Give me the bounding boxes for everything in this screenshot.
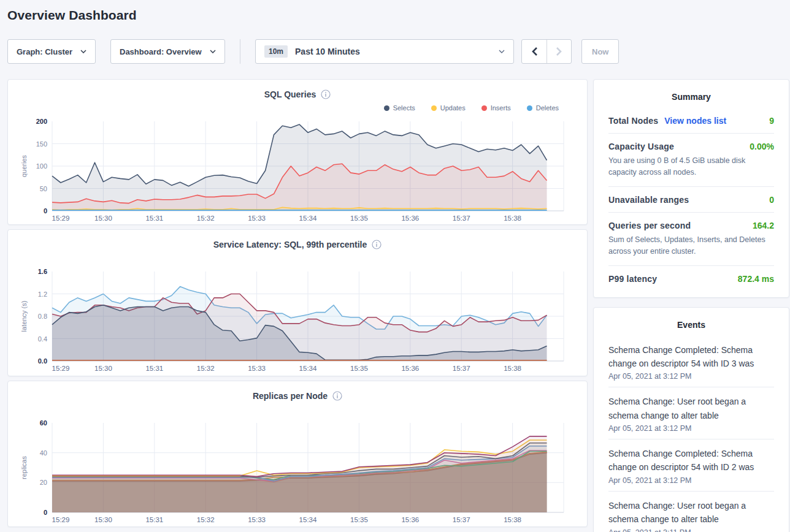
svg-text:40: 40 bbox=[40, 449, 47, 457]
event-timestamp: Apr 05, 2021 at 3:12 PM bbox=[608, 476, 774, 485]
now-button[interactable]: Now bbox=[581, 39, 619, 64]
metric-value: 0 bbox=[769, 195, 774, 205]
svg-text:15:35: 15:35 bbox=[350, 516, 368, 523]
service-latency-chart: 0.00.40.81.21.615:2915:3015:3115:3215:33… bbox=[8, 265, 587, 376]
chevron-down-icon bbox=[80, 50, 86, 53]
metric-description: Sum of Selects, Updates, Inserts, and De… bbox=[608, 234, 774, 258]
overview-dashboard-page: Overview Dashboard Graph: Cluster Dashbo… bbox=[0, 0, 790, 532]
svg-text:15:33: 15:33 bbox=[248, 516, 266, 523]
svg-text:15:34: 15:34 bbox=[299, 365, 317, 372]
sql-queries-card: SQL Queries Selects Updates Inserts Dele… bbox=[7, 79, 588, 225]
svg-text:15:35: 15:35 bbox=[350, 365, 368, 372]
metric-label: Capacity Usage bbox=[608, 142, 674, 151]
svg-text:15:37: 15:37 bbox=[453, 516, 470, 523]
svg-text:latency (s): latency (s) bbox=[20, 301, 28, 332]
next-interval-button[interactable] bbox=[546, 40, 571, 63]
svg-text:15:33: 15:33 bbox=[248, 365, 266, 372]
svg-text:15:32: 15:32 bbox=[197, 516, 215, 523]
event-timestamp: Apr 05, 2021 at 3:12 PM bbox=[608, 372, 774, 381]
metric-label: Queries per second bbox=[608, 221, 691, 230]
svg-text:15:37: 15:37 bbox=[453, 365, 470, 372]
chevron-down-icon bbox=[499, 50, 505, 53]
legend-item-updates[interactable]: Updates bbox=[431, 104, 466, 112]
svg-text:15:29: 15:29 bbox=[52, 516, 70, 523]
metric-value: 9 bbox=[769, 116, 774, 126]
event-text: Schema Change Completed: Schema change o… bbox=[608, 447, 774, 474]
metric-value: 872.4 ms bbox=[738, 274, 774, 284]
svg-text:15:37: 15:37 bbox=[453, 215, 470, 222]
info-icon[interactable] bbox=[332, 391, 342, 401]
time-range-label: Past 10 Minutes bbox=[295, 47, 491, 56]
charts-column: SQL Queries Selects Updates Inserts Dele… bbox=[7, 79, 588, 532]
svg-text:15:34: 15:34 bbox=[299, 215, 317, 222]
event-timestamp: Apr 05, 2021 at 3:12 PM bbox=[608, 424, 774, 433]
replicas-per-node-chart: 020406015:2915:3015:3115:3215:3315:3415:… bbox=[8, 417, 587, 527]
svg-text:15:32: 15:32 bbox=[197, 365, 215, 372]
summary-title: Summary bbox=[608, 88, 774, 108]
dashboard-dropdown-label: Dashboard: Overview bbox=[120, 47, 202, 56]
svg-text:0.0: 0.0 bbox=[38, 357, 47, 365]
metric-label: Unavailable ranges bbox=[608, 195, 689, 205]
svg-text:0.4: 0.4 bbox=[38, 335, 47, 343]
metric-value: 164.2 bbox=[753, 221, 774, 230]
events-panel: Events Schema Change Completed: Schema c… bbox=[593, 307, 789, 532]
prev-interval-button[interactable] bbox=[522, 40, 546, 63]
svg-text:15:36: 15:36 bbox=[401, 516, 419, 523]
svg-text:1.6: 1.6 bbox=[38, 268, 47, 275]
time-range-picker[interactable]: 10m Past 10 Minutes bbox=[255, 39, 514, 64]
summary-row-capacity-usage: Capacity Usage 0.00% You are using 0 B o… bbox=[608, 133, 774, 186]
events-title: Events bbox=[608, 316, 774, 336]
event-item: Schema Change Completed: Schema change o… bbox=[608, 336, 774, 387]
main-content: SQL Queries Selects Updates Inserts Dele… bbox=[7, 79, 790, 532]
svg-text:15:38: 15:38 bbox=[504, 215, 521, 222]
summary-row-queries-per-second: Queries per second 164.2 Sum of Selects,… bbox=[608, 212, 774, 265]
event-item: Schema Change: User root began a schema … bbox=[608, 387, 774, 439]
svg-text:replicas: replicas bbox=[20, 456, 28, 479]
toolbar-divider bbox=[240, 39, 240, 64]
svg-text:15:31: 15:31 bbox=[145, 516, 163, 523]
chart-title: Service Latency: SQL, 99th percentile bbox=[213, 240, 367, 249]
svg-text:1.2: 1.2 bbox=[38, 291, 47, 298]
chart-title: Replicas per Node bbox=[253, 391, 328, 401]
svg-text:200: 200 bbox=[36, 118, 47, 125]
chevron-down-icon bbox=[210, 50, 216, 53]
legend-item-selects[interactable]: Selects bbox=[384, 104, 415, 112]
svg-text:15:30: 15:30 bbox=[94, 215, 112, 222]
inserts-dot-icon bbox=[481, 105, 487, 111]
sidebar: Summary Total Nodes View nodes list 9 Ca… bbox=[593, 79, 789, 532]
svg-text:0.8: 0.8 bbox=[38, 313, 47, 320]
time-step-buttons bbox=[521, 39, 572, 64]
svg-text:0: 0 bbox=[44, 207, 47, 215]
svg-text:20: 20 bbox=[40, 479, 47, 486]
info-icon[interactable] bbox=[321, 89, 331, 99]
event-item: Schema Change Completed: Schema change o… bbox=[608, 439, 774, 491]
sql-queries-chart: 05010015020015:2915:3015:3115:3215:3315:… bbox=[8, 115, 587, 225]
toolbar: Graph: Cluster Dashboard: Overview 10m P… bbox=[7, 39, 790, 64]
dashboard-dropdown[interactable]: Dashboard: Overview bbox=[110, 39, 225, 64]
svg-text:15:38: 15:38 bbox=[504, 516, 521, 523]
svg-text:100: 100 bbox=[36, 162, 47, 170]
page-title: Overview Dashboard bbox=[7, 0, 790, 23]
metric-label: P99 latency bbox=[608, 274, 657, 284]
info-icon[interactable] bbox=[372, 240, 382, 249]
chevron-right-icon bbox=[556, 47, 562, 56]
event-text: Schema Change: User root began a schema … bbox=[608, 499, 774, 526]
legend-item-deletes[interactable]: Deletes bbox=[527, 104, 559, 112]
event-timestamp: Apr 05, 2021 at 3:11 PM bbox=[608, 528, 774, 532]
svg-text:15:36: 15:36 bbox=[401, 365, 419, 372]
svg-text:15:31: 15:31 bbox=[145, 215, 163, 222]
summary-panel: Summary Total Nodes View nodes list 9 Ca… bbox=[593, 79, 789, 298]
selects-dot-icon bbox=[384, 105, 389, 111]
svg-text:15:30: 15:30 bbox=[94, 365, 112, 372]
graph-dropdown[interactable]: Graph: Cluster bbox=[7, 39, 96, 64]
summary-row-p99-latency: P99 latency 872.4 ms bbox=[608, 265, 774, 291]
chart-legend: Selects Updates Inserts Deletes bbox=[8, 101, 587, 115]
updates-dot-icon bbox=[431, 105, 437, 111]
legend-item-inserts[interactable]: Inserts bbox=[481, 104, 511, 112]
view-nodes-list-link[interactable]: View nodes list bbox=[664, 116, 726, 126]
deletes-dot-icon bbox=[527, 105, 532, 111]
svg-text:15:29: 15:29 bbox=[52, 215, 70, 222]
svg-text:15:32: 15:32 bbox=[197, 215, 215, 222]
graph-dropdown-label: Graph: Cluster bbox=[17, 47, 72, 56]
time-range-badge: 10m bbox=[264, 45, 288, 58]
